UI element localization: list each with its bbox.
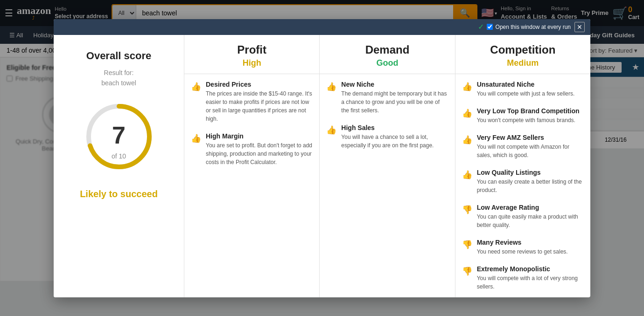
competition-item-0-title: Unsaturated Niche: [477, 81, 575, 88]
thumb-up-icon: 👍: [326, 125, 336, 135]
thumb-down-icon: 👎: [462, 266, 472, 276]
demand-items: 👍 New Niche The demand might be temporar…: [320, 74, 455, 156]
competition-column: Competition Medium 👍 Unsaturated Niche Y…: [455, 35, 590, 282]
competition-item-1-title: Very Low Top Brand Competition: [477, 107, 580, 115]
modal-header: ✓ Open this window at every run ✕: [54, 19, 590, 35]
thumb-up-icon: 👍: [191, 82, 201, 92]
competition-item-6: 👎 Extremely Monopolistic You will compet…: [462, 265, 584, 282]
score-denominator: of 10: [112, 152, 126, 160]
competition-header: Competition Medium: [455, 35, 590, 74]
competition-item-0: 👍 Unsaturated Niche You will compete wit…: [462, 81, 584, 98]
score-circle: 7 of 10: [82, 99, 156, 174]
competition-status: Medium: [461, 58, 585, 68]
modal-close-button[interactable]: ✕: [574, 22, 585, 32]
profit-column: Profit High 👍 Desired Prices The prices …: [184, 35, 320, 282]
demand-item-0-desc: The demand might be temporary but it has…: [341, 89, 448, 115]
demand-title: Demand: [325, 43, 449, 56]
profit-item-0-desc: The prices are inside the $15-40 range. …: [206, 89, 313, 123]
open-every-run-checkbox[interactable]: [487, 24, 493, 30]
checkbox-checkmark-icon: ✓: [478, 22, 484, 31]
open-every-run-label: Open this window at every run: [496, 24, 571, 30]
competition-item-0-desc: You will compete with just a few sellers…: [477, 89, 575, 98]
profit-item-0-title: Desired Prices: [206, 81, 313, 88]
competition-item-6-title: Extremely Monopolistic: [477, 265, 584, 273]
profit-item-1-content: High Margin You are set to profit. But d…: [206, 132, 313, 166]
overall-score-panel: Overall score Result for: beach towel: [54, 35, 184, 282]
modal-body: Overall score Result for: beach towel: [54, 35, 590, 282]
overall-score-title: Overall score: [86, 50, 151, 62]
demand-item-1-title: High Sales: [341, 124, 448, 131]
modal-overlay: ✓ Open this window at every run ✕ Overal…: [0, 0, 644, 281]
score-columns: Profit High 👍 Desired Prices The prices …: [184, 35, 590, 282]
profit-item-1: 👍 High Margin You are set to profit. But…: [191, 132, 313, 166]
demand-header: Demand Good: [320, 35, 455, 74]
profit-item-1-desc: You are set to profit. But don't forget …: [206, 141, 313, 166]
profit-item-1-title: High Margin: [206, 132, 313, 140]
result-for: Result for: beach towel: [101, 68, 136, 89]
competition-item-1-desc: You won't compete with famous brands.: [477, 116, 580, 124]
thumb-up-icon: 👍: [462, 170, 472, 180]
demand-item-1: 👍 High Sales You will have a chance to s…: [326, 124, 448, 150]
demand-item-1-desc: You will have a chance to sell a lot, es…: [341, 133, 448, 150]
competition-title: Competition: [461, 43, 585, 56]
competition-item-4-desc: You can quite easily make a product with…: [477, 213, 584, 229]
thumb-up-icon: 👍: [462, 82, 472, 92]
competition-item-4: 👎 Low Average Rating You can quite easil…: [462, 204, 584, 229]
verdict-label: Likely to succeed: [80, 189, 158, 199]
competition-item-5: 👎 Many Reviews You need some reviews to …: [462, 239, 584, 256]
profit-title: Profit: [190, 43, 314, 56]
thumb-mid-icon: 👎: [462, 240, 472, 250]
competition-item-2-desc: You will not compete with Amazon for sal…: [477, 143, 584, 159]
competition-item-5-title: Many Reviews: [477, 239, 568, 246]
thumb-up-icon: 👍: [462, 135, 472, 145]
competition-item-2-title: Very Few AMZ Sellers: [477, 134, 584, 141]
profit-item-0: 👍 Desired Prices The prices are inside t…: [191, 81, 313, 123]
thumb-down-icon: 👎: [462, 205, 472, 215]
competition-item-2: 👍 Very Few AMZ Sellers You will not comp…: [462, 134, 584, 159]
profit-status: High: [190, 58, 314, 68]
competition-item-5-desc: You need some reviews to get sales.: [477, 247, 568, 256]
score-number: 7: [112, 121, 126, 149]
thumb-up-icon: 👍: [462, 108, 472, 118]
modal-checkbox-row: ✓ Open this window at every run: [478, 22, 571, 31]
competition-item-1: 👍 Very Low Top Brand Competition You won…: [462, 107, 584, 124]
demand-status: Good: [325, 58, 449, 68]
demand-item-1-content: High Sales You will have a chance to sel…: [341, 124, 448, 150]
thumb-up-icon: 👍: [326, 82, 336, 92]
competition-item-4-title: Low Average Rating: [477, 204, 584, 211]
competition-item-3-title: Low Quality Listings: [477, 169, 584, 176]
competition-items: 👍 Unsaturated Niche You will compete wit…: [455, 74, 590, 282]
score-modal: ✓ Open this window at every run ✕ Overal…: [54, 19, 590, 282]
thumb-up-icon: 👍: [191, 133, 201, 144]
competition-item-6-desc: You will compete with a lot of very stro…: [477, 274, 584, 282]
competition-item-3-desc: You can easily create a better listing o…: [477, 178, 584, 194]
profit-header: Profit High: [184, 35, 319, 74]
demand-column: Demand Good 👍 New Niche The demand might…: [320, 35, 455, 282]
demand-item-0-title: New Niche: [341, 81, 448, 88]
demand-item-0: 👍 New Niche The demand might be temporar…: [326, 81, 448, 115]
demand-item-0-content: New Niche The demand might be temporary …: [341, 81, 448, 115]
profit-items: 👍 Desired Prices The prices are inside t…: [184, 74, 319, 173]
profit-item-0-content: Desired Prices The prices are inside the…: [206, 81, 313, 123]
competition-item-3: 👍 Low Quality Listings You can easily cr…: [462, 169, 584, 194]
